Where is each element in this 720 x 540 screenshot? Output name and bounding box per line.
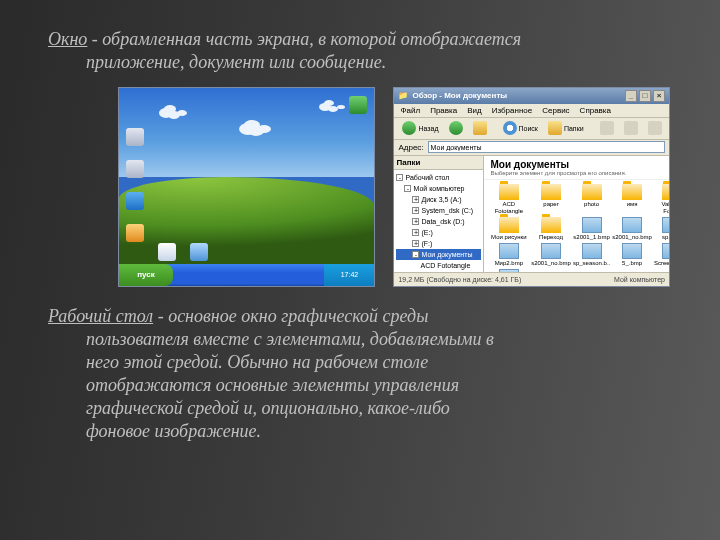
desktop-icon <box>348 96 368 115</box>
folder-icon: 📁 <box>398 91 408 100</box>
folder-item[interactable]: Мои рисунки <box>488 217 529 241</box>
file-item[interactable]: 5_.bmp <box>612 243 652 267</box>
expand-icon[interactable]: - <box>396 174 403 181</box>
expand-icon[interactable]: + <box>412 240 419 247</box>
tree-item[interactable]: +(E:) <box>396 227 481 238</box>
folder-icon <box>548 121 562 135</box>
desktop-icon <box>125 192 145 211</box>
file-item[interactable]: sp_season.b.. <box>573 243 610 267</box>
expand-icon[interactable]: + <box>412 207 419 214</box>
image-icon <box>499 243 519 259</box>
forward-button[interactable] <box>445 120 467 136</box>
search-button[interactable]: Поиск <box>499 120 542 136</box>
cloud-icon <box>319 103 331 111</box>
file-item[interactable]: s2001_no.bmp <box>612 217 652 241</box>
image-icon <box>582 217 602 233</box>
desktop-icon <box>125 96 145 115</box>
image-icon <box>541 243 561 259</box>
item-label: s2001_1.bmp <box>573 234 610 241</box>
menu-item[interactable]: Файл <box>400 106 420 115</box>
menu-item[interactable]: Сервис <box>542 106 569 115</box>
tree-label: System_dsk (C:) <box>421 207 473 214</box>
content-title: Мои документы <box>490 159 569 170</box>
tree-item[interactable]: ACD Fototangle <box>396 260 481 271</box>
image-icon <box>662 243 669 259</box>
image-icon <box>582 243 602 259</box>
window-titlebar: 📁 Обзор - Мои документы _ □ × <box>394 88 669 104</box>
menu-item[interactable]: Вид <box>467 106 481 115</box>
folder-icon <box>126 96 144 114</box>
tree-item[interactable]: -Мой компьютер <box>396 183 481 194</box>
shortcut-icon <box>349 96 367 114</box>
item-label: photo <box>573 201 610 208</box>
maximize-button[interactable]: □ <box>639 90 651 102</box>
item-label: sp.bmp <box>654 234 669 241</box>
tool-button[interactable] <box>644 120 666 136</box>
system-tray: 17:42 <box>324 264 374 286</box>
folder-item[interactable]: paper <box>531 184 571 215</box>
item-label: s2001_no.bmp <box>612 234 652 241</box>
desktop-icon <box>157 243 177 262</box>
close-button[interactable]: × <box>653 90 665 102</box>
file-item[interactable]: Мир2.bmp <box>488 243 529 267</box>
up-button[interactable] <box>469 120 491 136</box>
image-icon <box>499 269 519 272</box>
expand-icon[interactable]: - <box>412 251 419 258</box>
expand-icon[interactable]: + <box>412 229 419 236</box>
tree-label: Рабочий стол <box>405 174 449 181</box>
search-icon <box>503 121 517 135</box>
window-title: Обзор - Мои документы <box>412 91 507 100</box>
folders-button[interactable]: Папки <box>544 120 588 136</box>
tree-item[interactable]: +Data_dsk (D:) <box>396 216 481 227</box>
image-icon <box>622 217 642 233</box>
item-label: s2001_no.bmp <box>531 260 571 267</box>
item-label: sp_season.b.. <box>573 260 610 267</box>
folder-icon <box>582 184 602 200</box>
tree-item[interactable]: +Диск 3,5 (A:) <box>396 194 481 205</box>
minimize-button[interactable]: _ <box>625 90 637 102</box>
file-pane: Мои документы Выберите элемент для просм… <box>484 156 669 272</box>
file-item[interactable]: s2001_1.bmp <box>573 217 610 241</box>
item-label: Переход <box>531 234 571 241</box>
folder-item[interactable]: ACD Fototangle <box>488 184 529 215</box>
item-label: Мои рисунки <box>488 234 529 241</box>
expand-icon[interactable]: + <box>412 218 419 225</box>
item-label: Screen1.bmp <box>654 260 669 267</box>
file-item[interactable]: sp_new_1.bmp <box>488 269 529 272</box>
back-icon <box>402 121 416 135</box>
tool-icon <box>648 121 662 135</box>
folder-item[interactable]: photo <box>573 184 610 215</box>
tool-button[interactable] <box>620 120 642 136</box>
folder-tree[interactable]: Папки -Рабочий стол-Мой компьютер+Диск 3… <box>394 156 484 272</box>
tool-button[interactable] <box>668 120 670 136</box>
tree-item[interactable]: +(F:) <box>396 238 481 249</box>
shortcut-icon <box>158 243 176 261</box>
content-hint: Выберите элемент для просмотра его описа… <box>490 170 663 176</box>
tree-item[interactable]: -Рабочий стол <box>396 172 481 183</box>
tool-button[interactable] <box>596 120 618 136</box>
tree-item[interactable]: +System_dsk (C:) <box>396 205 481 216</box>
back-button[interactable]: Назад <box>398 120 442 136</box>
expand-icon[interactable]: - <box>404 185 411 192</box>
file-item[interactable]: sp.bmp <box>654 217 669 241</box>
address-label: Адрес: <box>398 143 423 152</box>
file-item[interactable]: s2001_no.bmp <box>531 243 571 267</box>
folder-icon <box>662 184 669 200</box>
tree-item[interactable]: -Мои документы <box>396 249 481 260</box>
folder-icon <box>541 184 561 200</box>
menu-item[interactable]: Правка <box>430 106 457 115</box>
menu-item[interactable]: Справка <box>580 106 611 115</box>
menu-item[interactable]: Избранное <box>492 106 533 115</box>
cloud-icon <box>239 123 257 135</box>
folder-item[interactable]: Переход <box>531 217 571 241</box>
expand-icon[interactable]: + <box>412 196 419 203</box>
folder-item[interactable]: Valery's Folder <box>654 184 669 215</box>
taskbar: пуск 17:42 <box>119 264 374 286</box>
folder-item[interactable]: имя <box>612 184 652 215</box>
address-input[interactable] <box>428 141 665 153</box>
file-item[interactable]: Screen1.bmp <box>654 243 669 267</box>
illustration-desktop: пуск 17:42 <box>118 87 375 287</box>
start-button[interactable]: пуск <box>119 264 173 286</box>
tree-label: ACD Fototangle <box>420 262 470 269</box>
status-left: 19,2 МБ (Свободно на диске: 4,61 ГБ) <box>398 276 521 283</box>
